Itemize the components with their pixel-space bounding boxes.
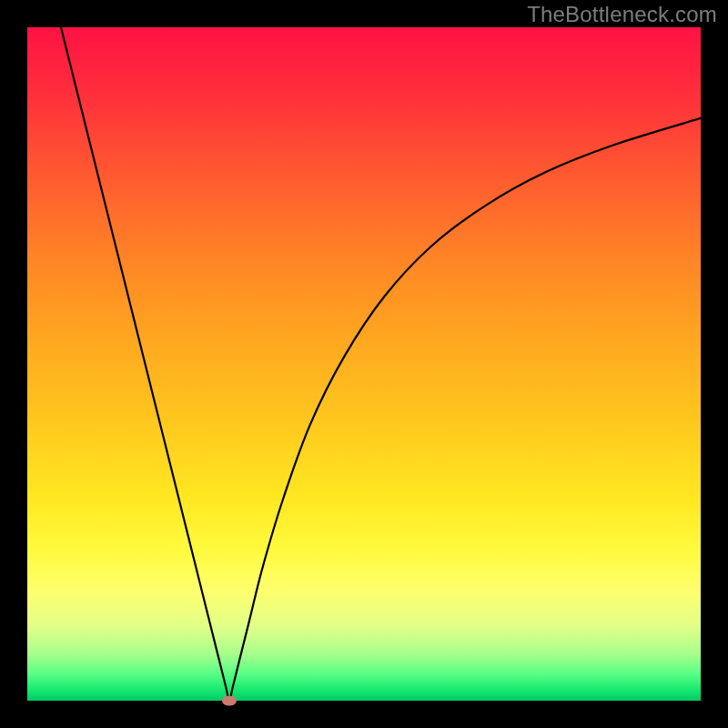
minimum-marker bbox=[222, 696, 237, 706]
plot-area bbox=[27, 27, 701, 701]
curve-svg bbox=[27, 27, 701, 701]
attribution-text: TheBottleneck.com bbox=[527, 2, 717, 27]
chart-frame: TheBottleneck.com bbox=[0, 0, 728, 728]
bottleneck-curve bbox=[61, 27, 701, 701]
